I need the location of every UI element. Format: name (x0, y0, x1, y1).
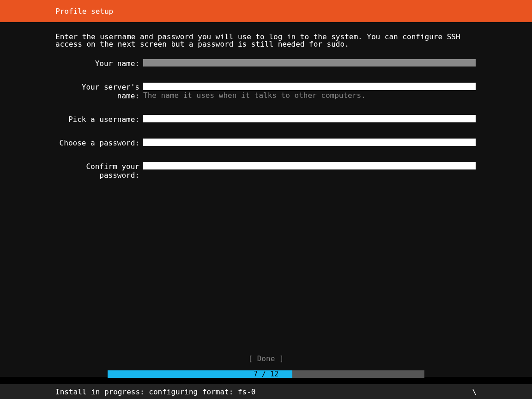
username-label: Pick a username: (55, 115, 143, 124)
status-line: Install in progress: configuring format:… (0, 384, 532, 399)
name-label: Your name: (55, 59, 143, 68)
form-row-password: Choose a password: (55, 139, 477, 147)
footer: [ Done ] 7 / 12 Install in progress: con… (0, 354, 532, 399)
header-bar: Profile setup (0, 0, 532, 22)
name-input[interactable] (143, 59, 476, 66)
page-title: Profile setup (55, 7, 113, 16)
server-name-hint: The name it uses when it talks to other … (143, 91, 477, 100)
password-input[interactable] (143, 139, 476, 146)
server-name-label: Your server's name: (55, 83, 143, 100)
content-area: Enter the username and password you will… (0, 22, 532, 377)
confirm-password-label: Confirm your password: (55, 162, 143, 180)
profile-form: Your name: Your server's name: The name … (55, 59, 477, 194)
status-text: Install in progress: configuring format:… (55, 387, 255, 396)
server-name-input[interactable] (143, 83, 476, 90)
form-row-confirm-password: Confirm your password: (55, 162, 477, 180)
spinner-icon: \ (472, 387, 477, 396)
progress-bar-container: 7 / 12 (0, 370, 532, 378)
confirm-password-input[interactable] (143, 162, 476, 169)
progress-text: 7 / 12 (108, 370, 424, 378)
username-input[interactable] (143, 115, 476, 122)
done-button[interactable]: [ Done ] (0, 354, 532, 363)
description-text: Enter the username and password you will… (55, 33, 477, 48)
form-row-username: Pick a username: (55, 115, 477, 124)
form-row-name: Your name: (55, 59, 477, 68)
form-row-server-name: Your server's name: The name it uses whe… (55, 83, 477, 100)
progress-bar: 7 / 12 (108, 370, 424, 378)
password-label: Choose a password: (55, 139, 143, 147)
